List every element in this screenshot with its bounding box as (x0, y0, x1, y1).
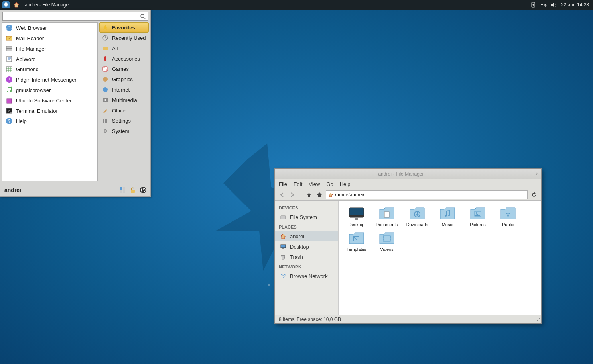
app-mail-reader[interactable]: Mail Reader (2, 33, 97, 43)
svg-rect-9 (7, 56, 12, 62)
app-label: Gnumeric (16, 67, 38, 72)
app-web-browser[interactable]: Web Browser (2, 23, 97, 33)
whisker-menu-button[interactable] (2, 0, 10, 9)
cat-internet[interactable]: Internet (99, 84, 149, 95)
up-button[interactable] (305, 191, 313, 199)
minimize-button[interactable]: − (527, 171, 530, 177)
cat-label: Office (112, 108, 126, 114)
search-input[interactable] (2, 12, 148, 21)
app-file-manager[interactable]: File Manager (2, 43, 97, 54)
clock[interactable]: 22 apr, 14:23 (561, 2, 589, 8)
svg-point-27 (105, 78, 106, 78)
refresh-button[interactable] (530, 191, 538, 199)
folder-desktop[interactable]: Desktop (344, 206, 369, 227)
folder-documents[interactable]: Documents (374, 206, 399, 227)
cat-recently-used[interactable]: Recently Used (99, 33, 149, 43)
folder-downloads[interactable]: Downloads (405, 206, 429, 227)
close-button[interactable]: × (536, 171, 539, 177)
menu-view[interactable]: View (309, 181, 320, 187)
clock-icon (102, 34, 109, 41)
settings-button[interactable] (118, 186, 126, 194)
svg-rect-8 (6, 48, 12, 49)
folder-view[interactable]: Desktop Documents Downloads Music Pictur… (339, 201, 541, 315)
app-abiword[interactable]: AbiWord (2, 54, 97, 64)
folder-videos[interactable]: Videos (374, 231, 399, 252)
folder-music[interactable]: Music (435, 206, 460, 227)
lock-button[interactable] (129, 186, 136, 194)
folder-label: Pictures (470, 222, 486, 227)
folder-icon (102, 45, 109, 52)
app-software-center[interactable]: Ubuntu Software Center (2, 95, 97, 106)
app-gmusicbrowser[interactable]: gmusicbrowser (2, 85, 97, 95)
trash-icon (280, 253, 287, 260)
svg-point-14 (10, 90, 12, 92)
home-button[interactable] (12, 0, 21, 9)
home-button[interactable] (315, 191, 323, 199)
file-manager-window: andrei - File Manager − + × File Edit Vi… (274, 168, 542, 324)
app-pidgin[interactable]: !Pidgin Internet Messenger (2, 74, 97, 85)
sidebar-desktop[interactable]: Desktop (275, 241, 338, 252)
sliders-icon (102, 117, 109, 124)
folder-public[interactable]: Public (496, 206, 520, 227)
cat-favorites[interactable]: Favorites (99, 22, 149, 33)
home-icon (280, 233, 287, 240)
path-bar[interactable]: /home/andrei/ (326, 190, 528, 199)
svg-point-24 (106, 70, 107, 71)
menu-go[interactable]: Go (326, 181, 333, 187)
status-text: 8 items, Free space: 10,0 GB (279, 317, 341, 322)
menu-file[interactable]: File (279, 181, 287, 187)
sidebar-trash[interactable]: Trash (275, 252, 338, 262)
folder-templates[interactable]: Templates (344, 231, 369, 252)
app-terminal[interactable]: >_Terminal Emulator (2, 106, 97, 116)
svg-rect-33 (123, 187, 125, 190)
cat-system[interactable]: System (99, 126, 149, 136)
user-label: andrei (4, 187, 21, 193)
volume-icon[interactable] (551, 2, 557, 8)
battery-icon[interactable] (530, 2, 536, 8)
sidebar-andrei[interactable]: andrei (275, 231, 338, 241)
network-icon[interactable] (540, 2, 547, 8)
app-label: AbiWord (16, 56, 36, 62)
maximize-button[interactable]: + (532, 171, 534, 177)
forward-button[interactable] (288, 191, 296, 199)
cat-accessories[interactable]: Accessories (99, 53, 149, 64)
cat-label: Internet (112, 87, 130, 93)
app-gnumeric[interactable]: Gnumeric (2, 64, 97, 74)
svg-rect-46 (349, 215, 364, 217)
cat-label: All (112, 45, 118, 51)
svg-point-31 (104, 130, 106, 132)
sidebar-filesystem[interactable]: File System (275, 212, 338, 222)
cat-games[interactable]: Games (99, 64, 149, 74)
cat-graphics[interactable]: Graphics (99, 74, 149, 84)
cat-office[interactable]: Office (99, 105, 149, 115)
app-label: Ubuntu Software Center (16, 98, 71, 104)
taskbar-title[interactable]: andrei - File Manager (25, 2, 70, 8)
svg-rect-47 (355, 218, 358, 220)
cat-multimedia[interactable]: Multimedia (99, 95, 149, 105)
spreadsheet-icon (6, 66, 13, 73)
menu-edit[interactable]: Edit (294, 181, 302, 187)
toolbar: /home/andrei/ (275, 189, 541, 201)
app-label: Web Browser (16, 25, 47, 31)
resize-grip[interactable] (536, 317, 540, 323)
places-header: PLACES (275, 222, 338, 231)
app-help[interactable]: ?Help (2, 116, 97, 126)
svg-text:>_: >_ (8, 109, 12, 113)
back-button[interactable] (278, 191, 286, 199)
gear-icon (102, 127, 109, 135)
top-panel: andrei - File Manager 22 apr, 14:23 (0, 0, 593, 10)
drive-icon (280, 213, 287, 221)
cat-settings[interactable]: Settings (99, 115, 149, 126)
cat-all[interactable]: All (99, 43, 149, 53)
cat-label: Recently Used (112, 35, 146, 41)
power-button[interactable] (139, 186, 146, 194)
search-icon (140, 14, 146, 21)
folder-label: Downloads (406, 222, 428, 227)
sidebar-browse-network[interactable]: Browse Network (275, 271, 338, 281)
folder-pictures[interactable]: Pictures (465, 206, 490, 227)
cat-label: Graphics (112, 76, 133, 82)
titlebar[interactable]: andrei - File Manager − + × (275, 169, 541, 179)
menu-help[interactable]: Help (340, 181, 351, 187)
cat-label: Favorites (112, 25, 135, 31)
app-label: gmusicbrowser (16, 87, 51, 93)
